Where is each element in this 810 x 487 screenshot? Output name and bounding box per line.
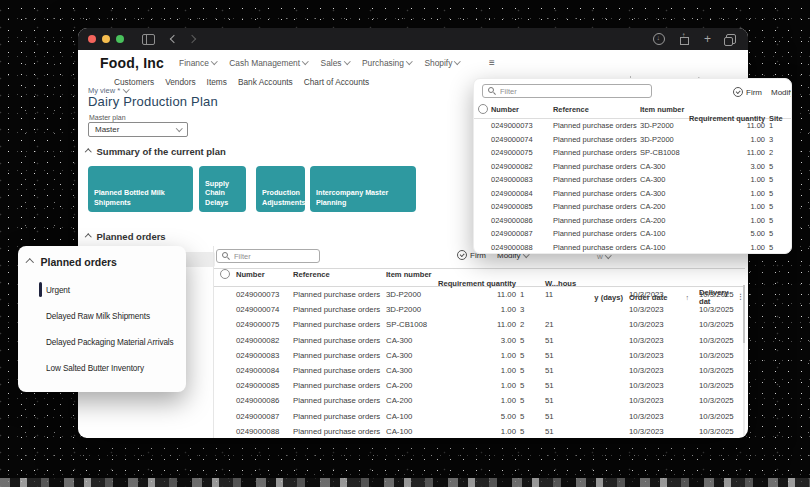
tile-planned-bottled-milk-shipments[interactable]: Planned Bottled Milk Shipments — [88, 166, 193, 212]
sidebar-toggle-icon[interactable] — [142, 34, 155, 45]
table-row[interactable]: 0249000087Planned purchase ordersCA-1005… — [214, 409, 745, 424]
cell-number: 0249000083 — [491, 175, 553, 184]
modify-button[interactable]: Modify — [771, 88, 792, 97]
master-plan-select[interactable]: Master — [88, 122, 188, 137]
table-row[interactable]: 0249000086Planned purchase ordersCA-2001… — [214, 393, 745, 408]
tab-overview-icon[interactable] — [726, 34, 736, 44]
panel-header[interactable]: Planned orders — [18, 256, 186, 268]
column-header-item-number[interactable]: Item number — [386, 270, 456, 279]
popup-filter-input[interactable] — [500, 87, 646, 96]
table-row[interactable]: 0249000082Planned purchase ordersCA-3003… — [214, 333, 745, 348]
cell-delivery-date: 10/3/2025 — [696, 412, 745, 421]
column-header-number[interactable]: Number — [491, 105, 553, 114]
table-row[interactable]: 0249000075Planned purchase ordersSP-CB10… — [474, 146, 791, 160]
cell-reference: Planned purchase orders — [553, 121, 640, 130]
list-item-delayed-raw-milk-shipments[interactable]: Delayed Raw Milk Shipments — [18, 303, 186, 329]
menu-sales[interactable]: Sales — [321, 58, 349, 68]
cell-warehouse: 51 — [536, 351, 599, 360]
tile-intercompany-master-planning[interactable]: Intercompany Master Planning — [310, 166, 416, 212]
table-row[interactable]: 0249000075Planned purchase ordersSP-CB10… — [214, 317, 745, 332]
table-row[interactable]: 0249000083Planned purchase ordersCA-3001… — [474, 173, 791, 187]
brand-title: Food, Inc — [100, 55, 164, 71]
table-row[interactable]: 0249000088Planned purchase ordersCA-1001… — [214, 424, 745, 438]
titlebar-actions: + — [653, 33, 738, 45]
cell-item-number: 3D-P2000 — [386, 290, 456, 299]
vertical-scrollbar[interactable] — [743, 285, 745, 438]
subnav-customers[interactable]: Customers — [114, 77, 154, 87]
table-row[interactable]: 0249000074Planned purchase orders3D-P200… — [214, 302, 745, 317]
cell-number: 0249000082 — [236, 336, 293, 345]
column-header-reference[interactable]: Reference — [293, 270, 386, 279]
menu-label: Finance — [179, 58, 209, 68]
column-header-reference[interactable]: Reference — [553, 105, 640, 114]
cell-reference: Planned purchase orders — [293, 381, 386, 390]
cell-requirement-quantity: 1.00 — [710, 189, 765, 198]
select-all-radio[interactable] — [478, 104, 488, 114]
section-header-planned-orders[interactable]: Planned orders — [86, 231, 166, 242]
forward-icon[interactable] — [188, 35, 196, 43]
column-header-item-number[interactable]: Item number — [640, 105, 710, 114]
table-row[interactable]: 0249000084Planned purchase ordersCA-3001… — [474, 187, 791, 201]
cell-requirement-quantity: 1.00 — [710, 202, 765, 211]
menu-purchasing[interactable]: Purchasing — [362, 58, 411, 68]
cell-requirement-quantity: 11.00 — [710, 148, 765, 157]
cell-reference: Planned purchase orders — [293, 351, 386, 360]
tile-supply-chain-delays[interactable]: Supply Chain Delays — [199, 166, 246, 212]
back-icon[interactable] — [170, 35, 178, 43]
list-item-label: Delayed Packaging Material Arrivals — [46, 338, 174, 347]
section-header-summary[interactable]: Summary of the current plan — [86, 146, 226, 157]
list-item-urgent[interactable]: Urgent — [18, 277, 186, 303]
column-header-number[interactable]: Number — [236, 270, 293, 279]
subnav-links: CustomersVendorsItemsBank AccountsChart … — [114, 77, 369, 87]
subnav-items[interactable]: Items — [207, 77, 227, 87]
cell-reference: Planned purchase orders — [553, 162, 640, 171]
minimize-button[interactable] — [102, 35, 110, 43]
cell-requirement-quantity: 3.00 — [456, 336, 516, 345]
select-all-radio[interactable] — [220, 269, 230, 279]
tile-production-adjustments[interactable]: Production Adjustments — [256, 166, 305, 212]
table-row[interactable]: 0249000082Planned purchase ordersCA-3003… — [474, 160, 791, 174]
table-row[interactable]: 0249000083Planned purchase ordersCA-3001… — [214, 348, 745, 363]
share-icon[interactable] — [680, 34, 689, 45]
firm-button[interactable]: Firm — [733, 87, 762, 97]
menu-finance[interactable]: Finance — [179, 58, 216, 68]
cell-item-number: CA-300 — [640, 175, 710, 184]
hamburger-menu-icon[interactable]: ≡ — [489, 57, 495, 68]
menu-shopify[interactable]: Shopify — [424, 58, 459, 68]
table-row[interactable]: 0249000084Planned purchase ordersCA-3001… — [214, 363, 745, 378]
downloads-icon[interactable] — [653, 33, 665, 45]
table-row[interactable]: 0249000074Planned purchase orders3D-P200… — [474, 133, 791, 147]
subnav-bank-accounts[interactable]: Bank Accounts — [238, 77, 293, 87]
cell-order-date: 10/3/2023 — [625, 320, 696, 329]
cell-warehouse: 51 — [536, 336, 599, 345]
grid-filter — [216, 249, 320, 263]
menu-cash-management[interactable]: Cash Management — [229, 58, 307, 68]
cell-item-number: CA-100 — [386, 412, 456, 421]
firm-icon — [457, 250, 467, 260]
table-row[interactable]: 0249000087Planned purchase ordersCA-1005… — [474, 227, 791, 241]
list-item-delayed-packaging-material-arrivals[interactable]: Delayed Packaging Material Arrivals — [18, 329, 186, 355]
menu-label: Shopify — [424, 58, 452, 68]
column-header-warehouse[interactable]: W...hous — [536, 279, 599, 288]
chevron-down-icon — [344, 58, 350, 64]
cell-warehouse: 51 — [536, 366, 599, 375]
filter-input[interactable] — [234, 252, 314, 261]
column-header-requirement-quantity[interactable]: Requirement quantity — [386, 279, 516, 288]
cell-reference: Planned purchase orders — [293, 366, 386, 375]
zoom-button[interactable] — [116, 35, 124, 43]
close-button[interactable] — [88, 35, 96, 43]
table-row[interactable]: 0249000088Planned purchase ordersCA-1001… — [474, 241, 791, 255]
table-row[interactable]: 0249000085Planned purchase ordersCA-2001… — [214, 378, 745, 393]
table-row[interactable]: 0249000086Planned purchase ordersCA-2001… — [474, 214, 791, 228]
table-row[interactable]: 0249000085Planned purchase ordersCA-2001… — [474, 200, 791, 214]
firm-icon — [733, 87, 743, 97]
popup-header-row: Number Reference Item number Requirement… — [474, 104, 791, 119]
app-header: Food, Inc FinanceCash ManagementSalesPur… — [78, 50, 748, 75]
table-row[interactable]: 0249000073Planned purchase orders3D-P200… — [474, 119, 791, 133]
new-tab-button[interactable]: + — [704, 34, 711, 44]
list-item-low-salted-butter-inventory[interactable]: Low Salted Butter Inventory — [18, 355, 186, 381]
top-menu-bar: FinanceCash ManagementSalesPurchasingSho… — [179, 58, 473, 68]
subnav-chart-of-accounts[interactable]: Chart of Accounts — [304, 77, 370, 87]
subnav-vendors[interactable]: Vendors — [165, 77, 195, 87]
cell-requirement-quantity: 3.00 — [710, 162, 765, 171]
